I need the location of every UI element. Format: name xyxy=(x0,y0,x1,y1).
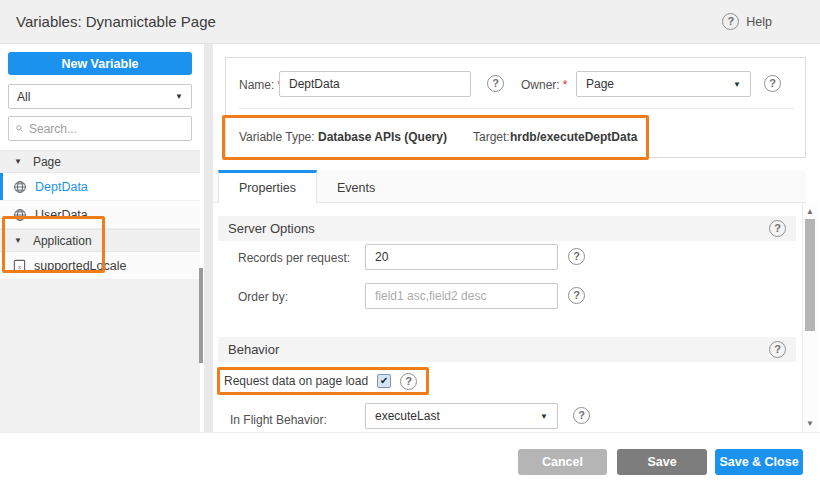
variable-detail-panel: Name:* ? Owner:* Page ▼ ? Variable Type:… xyxy=(213,44,820,432)
form-divider xyxy=(239,108,794,109)
order-by-input[interactable] xyxy=(365,283,558,309)
sidebar-scrollbar[interactable] xyxy=(199,268,203,363)
tree-group-application[interactable]: ▼ Application xyxy=(0,229,200,252)
help-label: Help xyxy=(746,15,772,29)
tree-item-label: DeptData xyxy=(35,180,88,194)
chevron-down-icon: ▼ xyxy=(733,80,741,89)
owner-select[interactable]: Page ▼ xyxy=(576,71,751,97)
behavior-header: Behavior ? xyxy=(218,337,796,362)
chevron-down-icon: ▼ xyxy=(540,412,548,421)
request-data-label: Request data on page load xyxy=(224,374,368,388)
properties-scrollbar[interactable]: ▲ ▼ xyxy=(802,203,817,432)
dialog-header: Variables: Dynamictable Page ? Help xyxy=(0,0,820,44)
save-and-close-button[interactable]: Save & Close xyxy=(715,449,803,475)
variables-sidebar: New Variable All ▼ ▼ Page DeptData xyxy=(0,44,200,432)
in-flight-behavior-label: In Flight Behavior: xyxy=(230,413,327,427)
help-button[interactable]: ? Help xyxy=(722,13,772,30)
owner-value: Page xyxy=(586,77,614,91)
collapse-arrow-icon: ▼ xyxy=(14,157,22,166)
server-options-title: Server Options xyxy=(228,221,315,236)
scroll-up-arrow-icon[interactable]: ▲ xyxy=(803,207,817,216)
search-input[interactable] xyxy=(29,122,184,136)
save-button[interactable]: Save xyxy=(617,449,707,475)
tree-group-page[interactable]: ▼ Page xyxy=(0,150,200,173)
variable-filter-value: All xyxy=(17,90,30,104)
tab-events-label: Events xyxy=(337,181,375,195)
tree-item-label: supportedLocale xyxy=(34,259,126,273)
records-help-icon[interactable]: ? xyxy=(568,248,585,265)
checkmark-icon: ✔ xyxy=(380,376,388,386)
order-by-help-icon[interactable]: ? xyxy=(568,287,585,304)
request-data-row: Request data on page load ✔ ? xyxy=(224,370,417,392)
scroll-down-arrow-icon[interactable]: ▼ xyxy=(803,419,817,428)
new-variable-button[interactable]: New Variable xyxy=(8,52,192,75)
target-label: Target: xyxy=(473,130,510,144)
behavior-title: Behavior xyxy=(228,342,279,357)
tab-properties[interactable]: Properties xyxy=(218,170,317,203)
variables-tree: ▼ Page DeptData UserData ▼ Application xyxy=(0,150,200,280)
records-per-request-label: Records per request: xyxy=(238,251,350,265)
variable-meta-row: Variable Type: Database APIs (Query) Tar… xyxy=(226,115,786,160)
records-per-request-input[interactable] xyxy=(365,244,558,270)
required-marker: * xyxy=(563,78,568,92)
in-flight-behavior-select[interactable]: executeLast ▼ xyxy=(365,403,558,429)
tree-item-supportedlocale[interactable]: x supportedLocale xyxy=(0,252,200,280)
tree-item-userdata[interactable]: UserData xyxy=(0,201,200,229)
tree-item-deptdata[interactable]: DeptData xyxy=(0,173,200,201)
server-options-header: Server Options ? xyxy=(218,216,796,241)
search-icon xyxy=(16,122,23,135)
variable-type-value: Database APIs (Query) xyxy=(318,130,447,144)
in-flight-behavior-value: executeLast xyxy=(375,409,440,423)
help-question-icon: ? xyxy=(722,13,739,30)
tab-events[interactable]: Events xyxy=(317,170,395,202)
request-data-checkbox[interactable]: ✔ xyxy=(377,374,391,388)
cancel-button[interactable]: Cancel xyxy=(518,449,607,475)
variable-type-label: Variable Type: xyxy=(239,130,315,144)
order-by-label: Order by: xyxy=(238,290,288,304)
model-variable-icon: x xyxy=(13,259,26,272)
properties-panel: Server Options ? Records per request: ? … xyxy=(213,203,802,432)
server-options-help-icon[interactable]: ? xyxy=(769,220,786,237)
behavior-help-icon[interactable]: ? xyxy=(769,341,786,358)
detail-tabbar: Properties Events xyxy=(213,170,806,203)
in-flight-help-icon[interactable]: ? xyxy=(573,407,590,424)
variable-form-panel: Name:* ? Owner:* Page ▼ ? Variable Type:… xyxy=(225,57,806,158)
panel-divider xyxy=(204,44,213,432)
tree-group-application-label: Application xyxy=(33,234,92,248)
tree-item-label: UserData xyxy=(35,208,88,222)
owner-label: Owner:* xyxy=(521,78,567,92)
chevron-down-icon: ▼ xyxy=(175,92,183,101)
svg-text:x: x xyxy=(17,263,22,271)
owner-help-icon[interactable]: ? xyxy=(764,75,781,92)
name-label: Name:* xyxy=(239,78,282,92)
variables-dialog: Variables: Dynamictable Page ? Help New … xyxy=(0,0,820,488)
web-service-icon xyxy=(13,208,27,222)
target-value: hrdb/executeDeptData xyxy=(510,130,637,144)
web-service-icon xyxy=(13,180,27,194)
variable-filter-select[interactable]: All ▼ xyxy=(8,84,192,109)
footer-bar: Cancel Save Save & Close xyxy=(0,432,820,488)
page-title: Variables: Dynamictable Page xyxy=(16,13,216,30)
collapse-arrow-icon: ▼ xyxy=(14,236,22,245)
tab-properties-label: Properties xyxy=(239,181,296,195)
request-data-help-icon[interactable]: ? xyxy=(400,373,417,390)
search-box[interactable] xyxy=(8,116,192,141)
sidebar-empty-area xyxy=(0,280,200,432)
name-help-icon[interactable]: ? xyxy=(487,75,504,92)
name-input[interactable] xyxy=(279,71,471,97)
scrollbar-thumb[interactable] xyxy=(805,219,815,331)
tree-group-page-label: Page xyxy=(33,155,61,169)
